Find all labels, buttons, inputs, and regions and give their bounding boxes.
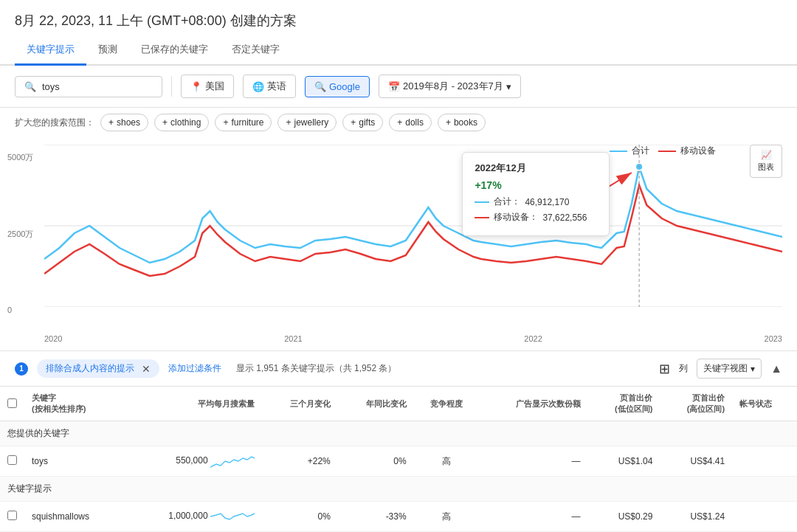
tooltip-red-line — [475, 217, 489, 218]
competition-cell: 高 — [414, 502, 479, 532]
view-toggle-btn[interactable]: 关键字视图 ▾ — [697, 359, 762, 379]
table-row: squishmallows 1,000,000 0% -33% 高 — US$0… — [0, 502, 797, 532]
total-line — [44, 167, 782, 263]
location-filter[interactable]: 📍 美国 — [181, 75, 234, 98]
status-cell — [732, 502, 797, 532]
chart-toggle-btn[interactable]: 📈 图表 — [750, 145, 782, 178]
tab-forecast[interactable]: 预测 — [86, 35, 129, 66]
section-provided: 您提供的关键字 — [0, 421, 797, 446]
result-count: 显示 1,951 条关键字提示（共 1,952 条） — [236, 362, 396, 375]
search-box: 🔍 — [15, 76, 162, 97]
expand-tag-furniture[interactable]: +furniture — [215, 114, 272, 131]
tooltip-total-label: 合计： — [494, 196, 520, 208]
legend-blue-line — [610, 151, 627, 152]
search-icon: 🔍 — [24, 81, 36, 92]
keyword-table: 关键字 (按相关性排序) 平均每月搜索量 三个月变化 年同比变化 竞争程度 广告… — [0, 387, 797, 532]
add-filter-btn[interactable]: 添加过滤条件 — [168, 362, 221, 375]
tooltip-mobile-label: 移动设备： — [494, 211, 538, 224]
legend-mobile: 移动设备 — [658, 145, 716, 157]
calendar-icon: 📅 — [388, 81, 400, 92]
chip-close-btn[interactable]: ✕ — [142, 363, 151, 375]
legend-total: 合计 — [610, 145, 649, 157]
chart-tooltip: 2022年12月 +17% 合计： 46,912,170 移动设备： 37,62… — [462, 152, 610, 236]
language-filter[interactable]: 🌐 英语 — [243, 75, 296, 98]
mini-sparkline — [210, 508, 255, 525]
bid-high-cell: US$1.24 — [660, 502, 732, 532]
row-checkbox[interactable] — [0, 446, 24, 477]
filter-badge: 1 — [15, 362, 28, 376]
changeyoy-cell: -33% — [338, 502, 414, 532]
date-filter[interactable]: 📅 2019年8月 - 2023年7月 ▾ — [379, 75, 521, 98]
chart-container: 5000万 2500万 0 2022年12月 +17% 合计： 4 — [0, 137, 797, 351]
select-all-checkbox[interactable] — [7, 398, 17, 408]
expand-tag-gifts[interactable]: +gifts — [342, 114, 383, 131]
column-icon[interactable]: ⊞ — [659, 361, 670, 377]
col-yoy[interactable]: 年同比变化 — [338, 387, 414, 421]
impression-cell: — — [478, 502, 587, 532]
tab-negative-keywords[interactable]: 否定关键字 — [220, 35, 291, 66]
keyword-cell[interactable]: squishmallows — [24, 502, 123, 532]
col-keyword[interactable]: 关键字 (按相关性排序) — [24, 387, 123, 421]
volume-cell: 550,000 — [123, 446, 262, 477]
language-icon: 🌐 — [252, 81, 264, 92]
col-impression[interactable]: 广告显示次数份额 — [478, 387, 587, 421]
divider — [171, 76, 172, 97]
tabs-bar: 关键字提示 预测 已保存的关键字 否定关键字 — [0, 35, 797, 66]
chevron-down-icon: ▾ — [506, 81, 511, 92]
tooltip-mobile-row: 移动设备： 37,622,556 — [475, 211, 597, 224]
line-chart — [44, 145, 782, 307]
tooltip-mobile-value: 37,622,556 — [542, 213, 587, 223]
expand-bar: 扩大您的搜索范围： +shoes +clothing +furniture +j… — [0, 108, 797, 137]
expand-label: 扩大您的搜索范围： — [15, 117, 94, 129]
collapse-btn[interactable]: ▲ — [770, 362, 782, 376]
chart-icon: 📈 — [761, 150, 772, 160]
competition-cell: 高 — [414, 446, 479, 477]
section-suggestions: 关键字提示 — [0, 477, 797, 502]
y-labels: 5000万 2500万 0 — [7, 152, 33, 314]
expand-tag-shoes[interactable]: +shoes — [100, 114, 148, 131]
tooltip-blue-line — [475, 201, 489, 203]
changeyoy-cell: 0% — [338, 446, 414, 477]
col-bid-high[interactable]: 页首出价 (高位区间) — [660, 387, 732, 421]
impression-cell: — — [478, 446, 587, 477]
col-bid-low[interactable]: 页首出价 (低位区间) — [588, 387, 660, 421]
tooltip-pct: +17% — [475, 179, 597, 191]
tab-saved-keywords[interactable]: 已保存的关键字 — [129, 35, 220, 66]
expand-tag-clothing[interactable]: +clothing — [154, 114, 209, 131]
x-labels: 2020 2021 2022 2023 — [44, 334, 782, 343]
expand-tag-books[interactable]: +books — [438, 114, 486, 131]
location-icon: 📍 — [190, 81, 202, 92]
col-volume[interactable]: 平均每月搜索量 — [123, 387, 262, 421]
col-3m[interactable]: 三个月变化 — [262, 387, 338, 421]
change3m-cell: +22% — [262, 446, 338, 477]
chevron-down-icon: ▾ — [751, 364, 755, 374]
volume-cell: 1,000,000 — [123, 502, 262, 532]
select-all-header[interactable] — [0, 387, 24, 421]
google-icon: 🔍 — [314, 81, 326, 92]
keyword-cell[interactable]: toys — [24, 446, 123, 477]
toolbar: 🔍 📍 美国 🌐 英语 🔍 Google 📅 2019年8月 - 2023年7月… — [0, 66, 797, 108]
bid-low-cell: US$0.29 — [588, 502, 660, 532]
bid-low-cell: US$1.04 — [588, 446, 660, 477]
col-competition[interactable]: 竞争程度 — [414, 387, 479, 421]
mini-sparkline — [210, 452, 255, 470]
col-label: 列 — [679, 362, 688, 375]
page-title: 8月 22, 2023, 11 上午 (GMT+08:00) 创建的方案 — [0, 0, 797, 35]
tab-keyword-suggestions[interactable]: 关键字提示 — [15, 35, 86, 66]
row-checkbox[interactable] — [0, 502, 24, 532]
search-input[interactable] — [42, 81, 131, 92]
table-toolbar: 1 排除合成人内容的提示 ✕ 添加过滤条件 显示 1,951 条关键字提示（共 … — [0, 351, 797, 387]
tooltip-total-row: 合计： 46,912,170 — [475, 196, 597, 208]
expand-tag-dolls[interactable]: +dolls — [389, 114, 432, 131]
status-cell — [732, 446, 797, 477]
bid-high-cell: US$4.41 — [660, 446, 732, 477]
chart-legend: 合计 移动设备 — [610, 145, 716, 157]
engine-filter[interactable]: 🔍 Google — [305, 76, 370, 97]
legend-red-line — [658, 151, 676, 152]
table-row: toys 550,000 +22% 0% 高 — US$1.04 US$4.41 — [0, 446, 797, 477]
filter-chip: 排除合成人内容的提示 ✕ — [37, 359, 159, 378]
col-status[interactable]: 帐号状态 — [732, 387, 797, 421]
tooltip-title: 2022年12月 — [475, 162, 597, 175]
tooltip-total-value: 46,912,170 — [525, 197, 569, 207]
expand-tag-jewellery[interactable]: +jewellery — [277, 114, 337, 131]
